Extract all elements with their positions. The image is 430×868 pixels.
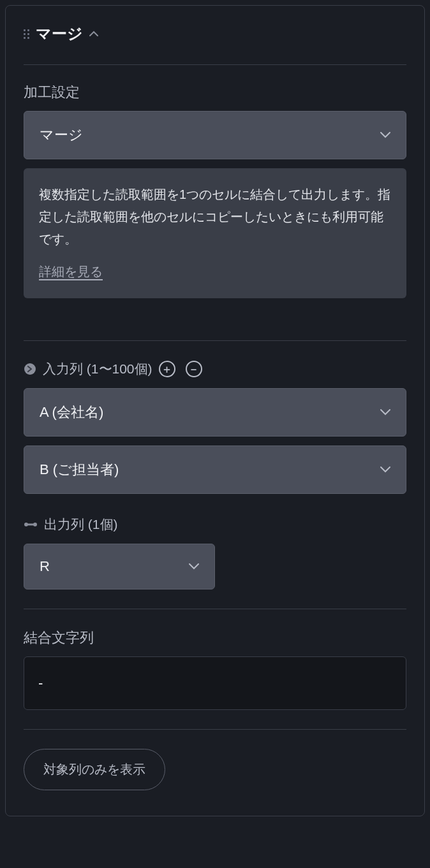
- output-columns-label: 出力列 (1個): [44, 516, 118, 533]
- output-column-value: R: [40, 558, 50, 575]
- input-column-value: A (会社名): [40, 403, 103, 422]
- show-target-columns-only-button[interactable]: 対象列のみを表示: [24, 749, 165, 790]
- chevron-down-icon: [380, 129, 390, 141]
- processing-description-box: 複数指定した読取範囲を1つのセルに結合して出力します。指定した読取範囲を他のセル…: [24, 168, 406, 298]
- input-column-select-0[interactable]: A (会社名): [24, 388, 406, 437]
- svg-rect-2: [27, 524, 34, 526]
- join-string-label: 結合文字列: [24, 628, 406, 647]
- output-icon: [24, 521, 38, 528]
- input-columns-header: 入力列 (1〜100個) ＋ －: [24, 360, 406, 378]
- processing-description-text: 複数指定した読取範囲を1つのセルに結合して出力します。指定した読取範囲を他のセル…: [39, 184, 391, 250]
- input-columns-label: 入力列 (1〜100個): [43, 360, 152, 378]
- drag-handle-icon[interactable]: [24, 29, 29, 39]
- processing-type-value: マージ: [40, 126, 83, 145]
- join-string-input[interactable]: [24, 656, 406, 710]
- svg-point-3: [33, 523, 37, 526]
- divider: [24, 609, 406, 609]
- output-columns-header: 出力列 (1個): [24, 516, 406, 533]
- input-column-value: B (ご担当者): [40, 460, 119, 479]
- merge-config-panel: マージ 加工設定 マージ 複数指定した読取範囲を1つのセルに結合して出力します。…: [5, 5, 425, 816]
- chevron-up-icon[interactable]: [89, 29, 98, 39]
- chevron-down-icon: [380, 464, 390, 475]
- add-input-column-button[interactable]: ＋: [159, 361, 175, 377]
- processing-settings-label: 加工設定: [24, 83, 406, 102]
- arrow-right-circle-icon: [24, 363, 36, 375]
- detail-link[interactable]: 詳細を見る: [39, 264, 103, 278]
- chevron-down-icon: [189, 561, 199, 572]
- input-column-select-1[interactable]: B (ご担当者): [24, 445, 406, 494]
- chevron-down-icon: [380, 407, 390, 418]
- processing-type-select[interactable]: マージ: [24, 111, 406, 159]
- divider: [24, 729, 406, 730]
- svg-point-0: [24, 363, 36, 375]
- panel-title: マージ: [36, 24, 83, 44]
- divider: [24, 340, 406, 341]
- remove-input-column-button[interactable]: －: [186, 361, 202, 377]
- output-column-select[interactable]: R: [24, 544, 215, 590]
- panel-header[interactable]: マージ: [24, 24, 406, 65]
